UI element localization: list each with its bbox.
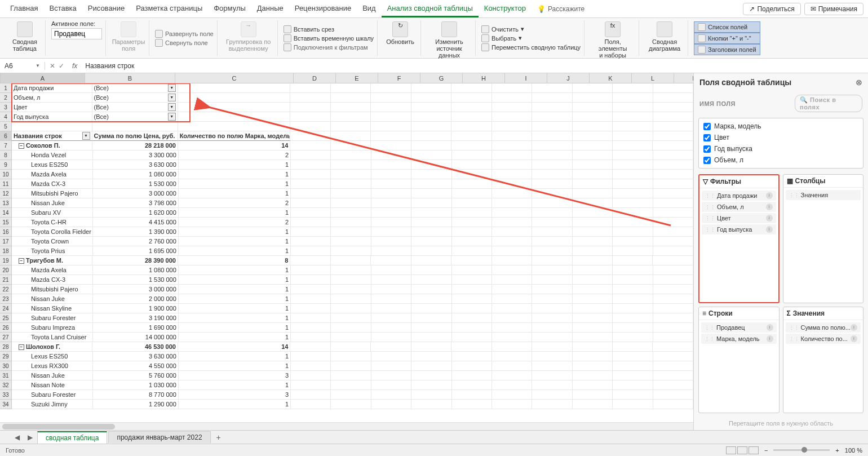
- cell[interactable]: Lexus ES250: [12, 352, 93, 361]
- cell[interactable]: [371, 323, 411, 333]
- cell[interactable]: [613, 103, 653, 112]
- cell[interactable]: [290, 342, 330, 352]
- cell[interactable]: [492, 198, 532, 208]
- area-item[interactable]: ⋮⋮Дата продажиi: [702, 191, 776, 201]
- cell[interactable]: [492, 285, 532, 294]
- filter-dropdown-icon[interactable]: ▼: [168, 103, 176, 111]
- cell[interactable]: 3: [179, 371, 291, 380]
- cell[interactable]: 3 630 000: [93, 352, 179, 361]
- info-icon[interactable]: i: [851, 324, 857, 331]
- cell[interactable]: 8: [178, 256, 290, 265]
- cell[interactable]: [573, 361, 613, 371]
- cell[interactable]: [291, 294, 331, 304]
- cell[interactable]: 1: [179, 189, 291, 198]
- row-header[interactable]: 1: [0, 83, 12, 93]
- cell[interactable]: [492, 256, 532, 265]
- row-header[interactable]: 31: [0, 371, 12, 380]
- cell[interactable]: [331, 333, 371, 342]
- horizontal-scrollbar[interactable]: [0, 422, 693, 430]
- zoom-level[interactable]: 100 %: [845, 447, 862, 454]
- cell[interactable]: [613, 218, 653, 227]
- cell[interactable]: 1: [179, 313, 291, 323]
- cell[interactable]: [452, 304, 492, 313]
- cell[interactable]: [492, 131, 532, 141]
- cell[interactable]: Toyota Corolla Fielder: [12, 227, 93, 237]
- cell[interactable]: [411, 189, 451, 198]
- cell[interactable]: [492, 361, 532, 371]
- cell[interactable]: [290, 112, 330, 122]
- cell[interactable]: [178, 83, 291, 93]
- column-header-H[interactable]: H: [463, 73, 505, 83]
- cell[interactable]: [613, 275, 653, 285]
- row-header[interactable]: 26: [0, 323, 12, 333]
- cell[interactable]: [532, 256, 572, 265]
- insert-slicer-button[interactable]: Вставить срез: [284, 25, 374, 34]
- collapse-field-button[interactable]: Свернуть поле: [155, 38, 214, 47]
- cell[interactable]: [451, 122, 491, 131]
- cell[interactable]: [371, 160, 411, 170]
- sheet-nav-prev[interactable]: ◀: [11, 433, 23, 441]
- cell[interactable]: [613, 333, 653, 342]
- clear-button[interactable]: Очистить ▾: [481, 25, 581, 34]
- cell[interactable]: [452, 218, 492, 227]
- cell[interactable]: [371, 256, 411, 265]
- insert-timeline-button[interactable]: Вставить временную шкалу: [284, 34, 374, 43]
- cell[interactable]: [452, 237, 492, 246]
- cell[interactable]: [371, 227, 411, 237]
- cell[interactable]: [573, 323, 613, 333]
- cell[interactable]: [573, 208, 613, 218]
- filter-dropdown-icon[interactable]: ▼: [168, 84, 176, 92]
- cell[interactable]: [613, 246, 653, 256]
- cell[interactable]: [492, 246, 532, 256]
- cell[interactable]: [411, 179, 451, 189]
- area-item[interactable]: ⋮⋮Марка, модельi: [701, 334, 777, 344]
- cell[interactable]: [452, 333, 492, 342]
- change-source-button[interactable]: Изменить источник данных: [427, 20, 472, 60]
- cell[interactable]: [331, 294, 371, 304]
- row-header[interactable]: 4: [0, 112, 12, 122]
- cell[interactable]: [573, 160, 613, 170]
- row-header[interactable]: 14: [0, 208, 12, 218]
- cell[interactable]: [613, 83, 653, 93]
- tab-данные[interactable]: Данные: [251, 1, 289, 17]
- cell[interactable]: [411, 285, 451, 294]
- cell[interactable]: [291, 380, 331, 390]
- cell[interactable]: (Все)▼: [92, 112, 178, 122]
- cell[interactable]: 8 770 000: [93, 390, 179, 400]
- column-header-E[interactable]: E: [336, 73, 378, 83]
- cell[interactable]: 1: [179, 160, 291, 170]
- row-header[interactable]: 5: [0, 122, 12, 131]
- cell[interactable]: [492, 122, 532, 131]
- cell[interactable]: [492, 112, 532, 122]
- zoom-in-button[interactable]: +: [835, 447, 839, 454]
- cell[interactable]: [573, 83, 613, 93]
- cell[interactable]: (Все)▼: [92, 93, 178, 103]
- cell[interactable]: [492, 390, 532, 400]
- cell[interactable]: [573, 131, 613, 141]
- cell[interactable]: Toyota Crown: [12, 237, 93, 246]
- cell[interactable]: [411, 361, 451, 371]
- collapse-icon[interactable]: −: [19, 258, 24, 264]
- expand-field-button[interactable]: Развернуть поле: [155, 29, 214, 38]
- cell[interactable]: [371, 246, 411, 256]
- cell[interactable]: 1: [179, 304, 291, 313]
- cell[interactable]: (Все)▼: [92, 83, 178, 93]
- cell[interactable]: [291, 208, 331, 218]
- cell[interactable]: [411, 160, 451, 170]
- cell[interactable]: [532, 285, 572, 294]
- cell[interactable]: [452, 150, 492, 160]
- cell[interactable]: [371, 189, 411, 198]
- row-header[interactable]: 27: [0, 333, 12, 342]
- cell[interactable]: [452, 371, 492, 380]
- cell[interactable]: [178, 103, 291, 112]
- cell[interactable]: [452, 160, 492, 170]
- cell[interactable]: −Тригубов М.: [12, 256, 92, 265]
- cell[interactable]: [452, 323, 492, 333]
- panel-close-icon[interactable]: ⊗: [856, 78, 862, 87]
- cell[interactable]: [411, 342, 451, 352]
- row-header[interactable]: 22: [0, 285, 12, 294]
- cell[interactable]: [613, 141, 653, 150]
- cell[interactable]: 1: [179, 361, 291, 371]
- cell[interactable]: [291, 352, 331, 361]
- cell[interactable]: [532, 371, 572, 380]
